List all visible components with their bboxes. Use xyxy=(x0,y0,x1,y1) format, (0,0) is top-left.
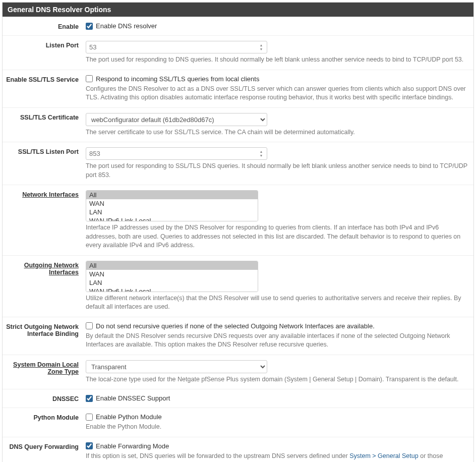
dns-forwarding-checkbox-label[interactable]: Enable Forwarding Mode xyxy=(96,442,169,450)
network-interfaces-select[interactable]: AllWANLANWAN IPv6 Link-Local xyxy=(86,190,258,221)
row-dnssec: DNSSEC Enable DNSSEC Support xyxy=(3,389,473,408)
row-network-interfaces: Network Interfaces AllWANLANWAN IPv6 Lin… xyxy=(3,185,473,255)
row-ssl-listen-port: SSL/TLS Listen Port ▴▾ The port used for… xyxy=(3,142,473,185)
python-module-checkbox-label[interactable]: Enable Python Module xyxy=(96,413,162,421)
dns-resolver-panel: General DNS Resolver Options Enable Enab… xyxy=(2,2,474,462)
enable-checkbox[interactable] xyxy=(86,23,93,30)
row-enable-ssl: Enable SSL/TLS Service Respond to incomi… xyxy=(3,70,473,107)
label-network-interfaces: Network Interfaces xyxy=(3,190,86,250)
label-python-module: Python Module xyxy=(3,413,86,432)
system-general-setup-link[interactable]: System > General Setup xyxy=(349,452,419,459)
spinner-icon[interactable]: ▴▾ xyxy=(257,149,265,158)
label-ssl-cert: SSL/TLS Certificate xyxy=(3,113,86,137)
label-listen-port: Listen Port xyxy=(3,41,86,65)
label-outgoing-interfaces: Outgoing Network Interfaces xyxy=(3,261,86,312)
help-system-domain: The local-zone type used for the Netgate… xyxy=(86,375,467,384)
dns-forwarding-checkbox[interactable] xyxy=(86,442,93,449)
help-enable-ssl: Configures the DNS Resolver to act as a … xyxy=(86,85,467,102)
row-outgoing-interfaces: Outgoing Network Interfaces AllWANLANWAN… xyxy=(3,255,473,317)
system-domain-select[interactable]: Transparent xyxy=(86,360,267,373)
help-listen-port: The port used for responding to DNS quer… xyxy=(86,55,467,65)
help-ssl-listen-port: The port used for responding to SSL/TLS … xyxy=(86,162,467,180)
help-python-module: Enable the Python Module. xyxy=(86,423,467,432)
strict-outgoing-checkbox[interactable] xyxy=(86,322,93,329)
enable-checkbox-label[interactable]: Enable DNS resolver xyxy=(96,22,157,30)
label-enable: Enable xyxy=(3,22,86,30)
row-system-domain: System Domain Local Zone Type Transparen… xyxy=(3,355,473,389)
row-strict-outgoing: Strict Outgoing Network Interface Bindin… xyxy=(3,317,473,355)
help-ssl-cert: The server certificate to use for SSL/TL… xyxy=(86,128,467,137)
enable-ssl-checkbox[interactable] xyxy=(86,75,93,82)
enable-ssl-checkbox-label[interactable]: Respond to incoming SSL/TLS queries from… xyxy=(96,75,259,83)
label-dnssec: DNSSEC xyxy=(3,394,86,402)
label-strict-outgoing: Strict Outgoing Network Interface Bindin… xyxy=(3,322,86,350)
python-module-checkbox[interactable] xyxy=(86,414,93,421)
row-python-module: Python Module Enable Python Module Enabl… xyxy=(3,408,473,437)
strict-outgoing-checkbox-label[interactable]: Do not send recursive queries if none of… xyxy=(96,322,375,330)
help-outgoing-interfaces: Utilize different network interface(s) t… xyxy=(86,294,467,312)
row-enable: Enable Enable DNS resolver xyxy=(3,17,473,35)
label-system-domain: System Domain Local Zone Type xyxy=(3,360,86,384)
help-dns-forwarding: If this option is set, DNS queries will … xyxy=(86,452,467,463)
ssl-listen-port-input[interactable] xyxy=(86,147,267,160)
label-enable-ssl: Enable SSL/TLS Service xyxy=(3,75,86,102)
spinner-icon[interactable]: ▴▾ xyxy=(257,43,265,52)
listen-port-input[interactable] xyxy=(86,41,267,53)
row-ssl-cert: SSL/TLS Certificate webConfigurator defa… xyxy=(3,107,473,142)
row-dns-forwarding: DNS Query Forwarding Enable Forwarding M… xyxy=(3,437,473,463)
panel-title: General DNS Resolver Options xyxy=(3,3,473,17)
label-ssl-listen-port: SSL/TLS Listen Port xyxy=(3,147,86,180)
help-strict-outgoing: By default the DNS Resolver sends recurs… xyxy=(86,332,467,350)
help-network-interfaces: Interface IP addresses used by the DNS R… xyxy=(86,223,467,250)
ssl-cert-select[interactable]: webConfigurator default (61db2ed80d67c) xyxy=(86,113,267,126)
dnssec-checkbox[interactable] xyxy=(86,395,93,402)
label-dns-forwarding: DNS Query Forwarding xyxy=(3,442,86,463)
dnssec-checkbox-label[interactable]: Enable DNSSEC Support xyxy=(96,394,170,402)
outgoing-interfaces-select[interactable]: AllWANLANWAN IPv6 Link-Local xyxy=(86,261,258,292)
row-listen-port: Listen Port ▴▾ The port used for respond… xyxy=(3,35,473,70)
